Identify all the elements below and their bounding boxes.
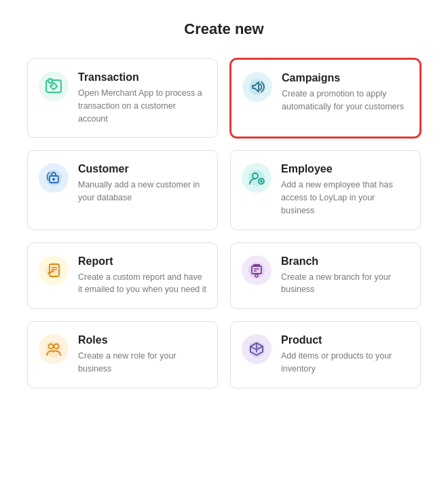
transaction-icon xyxy=(39,71,69,101)
transaction-content: Transaction Open Merchant App to process… xyxy=(78,71,206,125)
product-icon xyxy=(242,334,272,364)
campaigns-content: Campaigns Create a promotion to apply au… xyxy=(282,72,409,113)
card-transaction[interactable]: Transaction Open Merchant App to process… xyxy=(27,58,218,138)
employee-title: Employee xyxy=(281,163,409,175)
customer-title: Customer xyxy=(78,163,206,175)
campaigns-desc: Create a promotion to apply automaticall… xyxy=(282,88,409,113)
svg-point-31 xyxy=(45,341,62,357)
svg-point-10 xyxy=(249,79,265,95)
branch-title: Branch xyxy=(281,255,409,268)
product-desc: Add items or products to your inventory xyxy=(281,350,409,376)
roles-desc: Create a new role for your business xyxy=(78,350,206,376)
cards-grid: Transaction Open Merchant App to process… xyxy=(27,58,421,388)
report-desc: Create a custom report and have it email… xyxy=(78,271,206,297)
roles-icon xyxy=(39,334,69,364)
report-icon xyxy=(39,255,69,285)
customer-content: Customer Manually add a new customer in … xyxy=(78,163,206,204)
employee-content: Employee Add a new employee that has acc… xyxy=(281,163,409,217)
transaction-title: Transaction xyxy=(78,71,206,84)
campaigns-icon xyxy=(242,72,272,102)
card-customer[interactable]: Customer Manually add a new customer in … xyxy=(27,150,218,230)
branch-content: Branch Create a new branch for your busi… xyxy=(281,255,409,297)
branch-desc: Create a new branch for your business xyxy=(281,271,409,297)
transaction-desc: Open Merchant App to process a transacti… xyxy=(78,87,206,125)
card-roles[interactable]: Roles Create a new role for your busines… xyxy=(27,321,218,388)
customer-icon xyxy=(39,163,69,193)
product-content: Product Add items or products to your in… xyxy=(281,334,409,376)
branch-icon xyxy=(242,255,272,285)
product-title: Product xyxy=(281,334,409,346)
card-campaigns[interactable]: Campaigns Create a promotion to apply au… xyxy=(230,58,421,138)
card-product[interactable]: Product Add items or products to your in… xyxy=(230,321,421,388)
report-title: Report xyxy=(78,255,206,268)
campaigns-title: Campaigns xyxy=(282,72,409,84)
card-employee[interactable]: Employee Add a new employee that has acc… xyxy=(230,150,421,230)
customer-desc: Manually add a new customer in your data… xyxy=(78,179,206,204)
roles-title: Roles xyxy=(78,334,206,346)
roles-content: Roles Create a new role for your busines… xyxy=(78,334,206,376)
employee-desc: Add a new employee that has access to Lo… xyxy=(281,179,409,217)
report-content: Report Create a custom report and have i… xyxy=(78,255,206,297)
card-report[interactable]: Report Create a custom report and have i… xyxy=(27,242,218,310)
page-title: Create new xyxy=(27,20,421,38)
svg-line-6 xyxy=(52,85,54,86)
employee-icon xyxy=(242,163,272,193)
card-branch[interactable]: Branch Create a new branch for your busi… xyxy=(230,242,421,310)
